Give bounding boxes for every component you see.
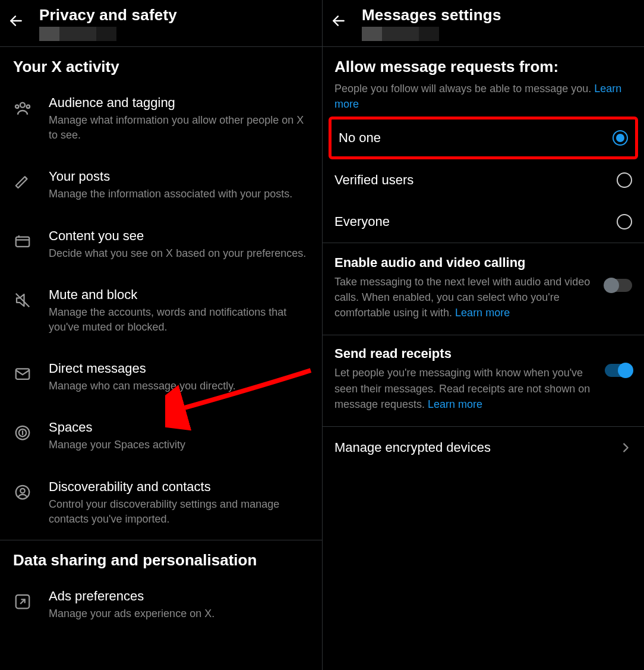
item-title: Ads preferences [49,589,309,604]
microphone-icon [13,423,32,442]
item-desc: Manage what information you allow other … [49,113,309,143]
item-title: Your posts [49,169,309,184]
row-audio-video-calling[interactable]: Enable audio and video calling Take mess… [323,243,644,335]
toggle-desc: Let people you're messaging with know wh… [334,365,594,411]
radio-label: Everyone [334,214,390,229]
item-title: Audience and tagging [49,95,309,111]
toggle-title: Enable audio and video calling [334,255,594,270]
header-left: Privacy and safety [0,0,322,46]
svg-rect-4 [16,237,30,246]
item-ads-preferences[interactable]: Ads preferences Manage your ads experien… [0,575,322,634]
header-right: Messages settings [323,0,644,46]
item-title: Content you see [49,228,309,244]
radio-no-one[interactable]: No one [332,119,635,156]
allow-heading: Allow message requests from: [334,47,632,81]
privacy-safety-panel: Privacy and safety Your X activity Audie… [0,0,323,670]
arrow-left-icon [8,13,24,29]
item-desc: Control your discoverability settings an… [49,497,309,527]
item-spaces[interactable]: Spaces Manage your Spaces activity [0,407,322,465]
row-read-receipts[interactable]: Send read receipts Let people you're mes… [323,335,644,426]
redacted-handle [39,27,177,41]
toggle-desc: Take messaging to the next level with au… [334,274,594,320]
learn-more-link[interactable]: Learn more [428,398,482,410]
item-desc: Manage the information associated with y… [49,187,309,202]
item-desc: Manage the accounts, words and notificat… [49,305,309,335]
redacted-handle [362,27,501,41]
item-desc: Manage your Spaces activity [49,438,309,452]
item-desc: Manage your ads experience on X. [49,606,309,621]
section-heading-data-sharing: Data sharing and personalisation [0,540,322,575]
item-title: Mute and block [49,287,309,303]
item-content-you-see[interactable]: Content you see Decide what you see on X… [0,215,322,274]
radio-everyone[interactable]: Everyone [323,201,644,243]
messages-settings-panel: Messages settings Allow message requests… [323,0,644,670]
item-mute-block[interactable]: Mute and block Manage the accounts, word… [0,274,322,348]
radio-label: No one [339,130,381,146]
page-title: Messages settings [362,6,501,24]
item-your-posts[interactable]: Your posts Manage the information associ… [0,156,322,215]
radio-button-icon [617,172,632,188]
item-title: Direct messages [49,361,309,376]
nav-label: Manage encrypted devices [334,440,491,455]
radio-button-icon [613,130,628,146]
item-discoverability[interactable]: Discoverability and contacts Control you… [0,466,322,540]
allow-desc: People you follow will always be able to… [334,81,632,112]
arrow-left-icon [331,13,346,29]
mute-icon [13,291,32,310]
item-desc: Decide what you see on X based on your p… [49,246,309,261]
radio-button-icon [617,214,632,229]
radio-verified-users[interactable]: Verified users [323,159,644,201]
svg-point-1 [20,103,25,108]
toggle-title: Send read receipts [334,346,594,361]
back-button[interactable] [5,10,27,32]
external-link-icon [13,592,32,611]
page-title: Privacy and safety [39,6,177,24]
item-audience-tagging[interactable]: Audience and tagging Manage what informa… [0,82,322,156]
back-button[interactable] [327,10,350,32]
item-title: Spaces [49,420,309,435]
radio-label: Verified users [334,172,413,188]
toggle-switch[interactable] [605,279,632,292]
section-heading-activity: Your X activity [0,47,322,82]
learn-more-link[interactable]: Learn more [455,307,510,319]
item-desc: Manage who can message you directly. [49,379,309,394]
chevron-right-icon [619,441,632,454]
item-title: Discoverability and contacts [49,479,309,495]
item-direct-messages[interactable]: Direct messages Manage who can message y… [0,348,322,407]
envelope-icon [13,364,32,383]
svg-point-3 [27,105,30,108]
person-search-icon [13,483,32,502]
svg-point-2 [15,105,18,108]
people-icon [13,99,32,118]
row-manage-encrypted[interactable]: Manage encrypted devices [323,427,644,468]
card-icon [13,232,32,251]
toggle-switch[interactable] [605,364,632,377]
svg-point-13 [20,488,25,493]
highlight-annotation: No one [329,117,638,159]
pencil-icon [13,172,32,191]
